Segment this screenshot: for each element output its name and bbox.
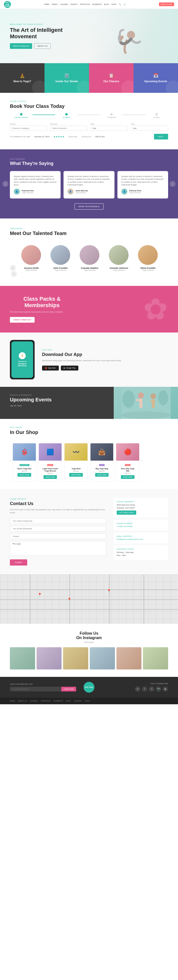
bottom-nav-elements[interactable]: ELEMENTS bbox=[54, 700, 63, 702]
instructor-group: Instructor bbox=[50, 123, 88, 131]
step-2: & Details bbox=[55, 113, 78, 118]
team-prev-arrow[interactable]: ‹ bbox=[10, 265, 16, 271]
step-4: & Done bbox=[146, 113, 168, 118]
nav-home[interactable]: HOME bbox=[44, 3, 49, 5]
appstore-button[interactable]: 🍎 App Store bbox=[42, 366, 59, 371]
instagram-item-1[interactable] bbox=[10, 647, 35, 670]
feature-inside-studio[interactable]: 🏛️ Inside Our Studio bbox=[45, 63, 89, 93]
instagram-item-4[interactable] bbox=[90, 647, 115, 670]
shop-btn-1[interactable]: SHOP NOW bbox=[18, 473, 31, 477]
contact-message-input[interactable] bbox=[10, 541, 106, 556]
bottom-nav-shop[interactable]: SHOP bbox=[85, 700, 90, 702]
phone-value[interactable]: +1 800 123 62085 bbox=[117, 525, 165, 528]
feature-our-classes[interactable]: 📋 Our Classes bbox=[89, 63, 133, 93]
phone-box: PHONE NUMBER +1 800 123 62085 bbox=[114, 520, 168, 530]
classpacks-button[interactable]: CHECK THEM OUT bbox=[10, 317, 35, 323]
contact-description: Feel free to get in touch with any quest… bbox=[10, 508, 106, 514]
team-member-5[interactable]: Olivia Franklin Yoga Instructor bbox=[135, 245, 161, 271]
bottom-nav-contact[interactable]: CONTACT bbox=[74, 700, 82, 702]
feature-classes-title: Our Classes bbox=[103, 80, 119, 83]
contact-email-input[interactable] bbox=[10, 526, 106, 531]
time-select[interactable]: Any bbox=[131, 126, 168, 131]
footer: JOIN OUR MAILING LIST SUBSCRIBE Divi Yog… bbox=[0, 677, 178, 698]
author-3-role: Yoga Instructor bbox=[129, 192, 141, 194]
directions-button[interactable]: GET DIRECTIONS bbox=[117, 511, 136, 515]
nav-shop[interactable]: SHOP bbox=[112, 3, 116, 5]
shop-image-5: 🔴 bbox=[116, 443, 139, 461]
book-title: Book Your Class Today bbox=[10, 103, 168, 109]
googleplay-button[interactable]: ▶ Google Play bbox=[61, 366, 79, 371]
subscribe-button[interactable]: SUBSCRIBE bbox=[61, 687, 76, 691]
shop-btn-5[interactable]: SHOP NOW bbox=[121, 475, 135, 479]
shop-btn-2[interactable]: SHOP NOW bbox=[43, 475, 57, 479]
nav-pages[interactable]: PAGES bbox=[52, 3, 58, 5]
bottom-nav-home[interactable]: HOME bbox=[10, 700, 15, 702]
bottom-nav-links: HOME ABOUT US CLASSES PORTFOLIO ELEMENTS… bbox=[10, 700, 90, 702]
next-button[interactable]: NEXT bbox=[154, 134, 168, 140]
nav-search-icon[interactable]: 🔍 bbox=[119, 3, 121, 5]
testimonials-prev-arrow[interactable]: ‹ bbox=[2, 181, 8, 187]
shop-prev-arrow[interactable]: ‹ bbox=[10, 458, 11, 463]
shop-btn-3[interactable]: SHOP NOW bbox=[69, 473, 83, 477]
contact-name-input[interactable] bbox=[10, 518, 106, 524]
about-us-button[interactable]: ABOUT US bbox=[34, 43, 51, 49]
footer-logo[interactable]: Divi Yoga bbox=[83, 682, 95, 693]
instagram-item-5[interactable] bbox=[116, 647, 142, 670]
shop-btn-4[interactable]: SHOP NOW bbox=[95, 473, 109, 477]
instructor-input[interactable] bbox=[50, 126, 88, 131]
author-2-avatar: 👤 bbox=[67, 189, 74, 194]
shop-price-1: $45.00 bbox=[14, 470, 34, 472]
contact-tag: YOUR STUDIO bbox=[10, 498, 106, 500]
linkedin-icon[interactable]: in bbox=[135, 686, 140, 692]
team-member-2[interactable]: John Franklin Yoga Instructor bbox=[47, 245, 74, 271]
price-value: $35.00 pm bbox=[95, 135, 105, 138]
team-next-arrow[interactable]: › bbox=[11, 271, 17, 277]
email-value[interactable]: info@yourcompanyname.com bbox=[117, 538, 165, 540]
contact-subject-input[interactable] bbox=[10, 533, 106, 539]
bottom-nav-classes[interactable]: CLASSES bbox=[30, 700, 38, 702]
newsletter-email-input[interactable] bbox=[10, 687, 61, 691]
team-role-1: Yoga Instructor bbox=[18, 269, 45, 271]
more-testimonials-button[interactable]: MORE TESTIMONIALS bbox=[74, 204, 104, 210]
bottom-nav-portfolio[interactable]: PORTFOLIO bbox=[41, 700, 51, 702]
instagram-item-2[interactable] bbox=[37, 647, 62, 670]
team-member-4[interactable]: Amanda Johnson Yoga Instructor bbox=[105, 245, 132, 271]
youtube-icon[interactable]: ▶ bbox=[163, 686, 168, 692]
instagram-handle[interactable]: @diviyoga bbox=[10, 641, 168, 643]
contact-submit-button[interactable]: SUBMIT bbox=[10, 559, 27, 566]
address-text: 8094 Marmora Road,Glasgow, D04 89GR bbox=[117, 504, 165, 509]
nav-blog[interactable]: BLOG bbox=[104, 3, 109, 5]
nav-classes[interactable]: CLASSES bbox=[60, 3, 68, 5]
facebook-icon[interactable]: f bbox=[142, 686, 148, 692]
nav-events[interactable]: EVENTS bbox=[71, 3, 77, 5]
shop-item-5: 🔴 SALE Non-Slip Yoga Mat $52.00 SHOP NOW bbox=[116, 443, 140, 482]
nav-cart-icon[interactable]: 🛒 bbox=[123, 3, 126, 5]
bottom-nav-blog[interactable]: BLOG bbox=[66, 700, 71, 702]
map-road-v4 bbox=[143, 574, 144, 624]
service-input[interactable] bbox=[10, 126, 47, 131]
nav-portfolio[interactable]: PORTFOLIO bbox=[80, 3, 90, 5]
feature-upcoming-events[interactable]: 📅 Upcoming Events bbox=[133, 63, 178, 93]
testimonials-next-arrow[interactable]: › bbox=[170, 181, 176, 187]
footer-social: STAY CONNECTED in f 𝕏 📷 ▶ bbox=[102, 682, 168, 692]
team-role-3: Yoga Instructor bbox=[76, 269, 103, 271]
nav-elements[interactable]: ELEMENTS bbox=[93, 3, 102, 5]
shop-badge-2: SALE bbox=[47, 464, 53, 466]
book-class-button[interactable]: BOOK CLASS bbox=[159, 2, 174, 6]
view-schedule-button[interactable]: VIEW SCHEDULE bbox=[10, 43, 32, 49]
feature-new-to-yoga[interactable]: 🧘 New to Yoga? bbox=[0, 63, 45, 93]
instagram-item-6[interactable] bbox=[143, 647, 168, 670]
navbar-logo[interactable]: Divi Yoga Studio bbox=[4, 1, 11, 8]
date-select[interactable]: Any bbox=[90, 126, 128, 131]
instagram-icon[interactable]: 📷 bbox=[156, 686, 161, 692]
phone-label: PHONE NUMBER bbox=[117, 523, 165, 524]
map-road-v3 bbox=[109, 574, 110, 624]
team-member-3[interactable]: Camada Haddon Yoga Instructor bbox=[76, 245, 103, 271]
contact-info-side: POSTAL ADDRESS 8094 Marmora Road,Glasgow… bbox=[114, 498, 168, 566]
contact-section: YOUR STUDIO Contact Us Feel free to get … bbox=[0, 489, 178, 574]
instagram-item-3[interactable] bbox=[63, 647, 88, 670]
bottom-nav-about[interactable]: ABOUT US bbox=[18, 700, 27, 702]
shop-next-arrow[interactable]: › bbox=[141, 458, 142, 463]
team-member-1[interactable]: Jessica Smith Yoga Instructor bbox=[18, 245, 45, 271]
twitter-icon[interactable]: 𝕏 bbox=[149, 686, 154, 692]
